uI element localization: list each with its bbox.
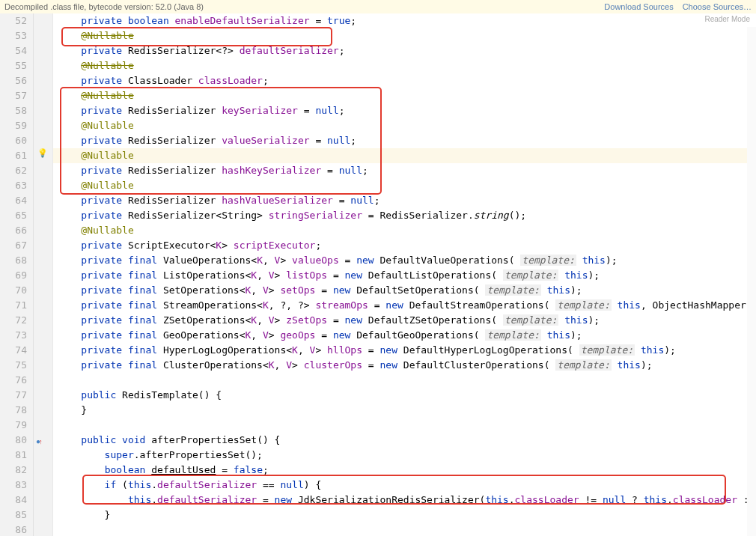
code-line[interactable]: @Nullable xyxy=(53,88,756,103)
code-line[interactable]: } xyxy=(53,508,756,523)
scrollbar[interactable] xyxy=(747,27,756,536)
code-line[interactable] xyxy=(53,373,756,388)
code-line[interactable]: private final ValueOperations<K, V> valu… xyxy=(53,253,756,268)
code-line[interactable]: } xyxy=(53,403,756,418)
code-line[interactable]: private RedisSerializer keySerializer = … xyxy=(53,103,756,118)
code-line[interactable]: private RedisSerializer<String> stringSe… xyxy=(53,208,756,223)
code-line[interactable]: private RedisSerializer valueSerializer … xyxy=(53,133,756,148)
code-line[interactable]: this.defaultSerializer = new JdkSerializ… xyxy=(53,493,756,508)
decompile-notice-bar: Decompiled .class file, bytecode version… xyxy=(0,0,756,13)
code-line[interactable]: private final SetOperations<K, V> setOps… xyxy=(53,283,756,298)
choose-sources-link[interactable]: Choose Sources… xyxy=(683,2,752,11)
code-line[interactable]: private RedisSerializer hashValueSeriali… xyxy=(53,193,756,208)
code-line[interactable]: super.afterPropertiesSet(); xyxy=(53,448,756,463)
notice-text: Decompiled .class file, bytecode version… xyxy=(4,2,204,11)
code-line[interactable] xyxy=(53,523,756,536)
code-area[interactable]: private boolean enableDefaultSerializer … xyxy=(53,13,756,536)
code-line[interactable]: private final HyperLogLogOperations<K, V… xyxy=(53,343,756,358)
code-line[interactable]: if (this.defaultSerializer == null) { xyxy=(53,478,756,493)
code-line[interactable]: private final GeoOperations<K, V> geoOps… xyxy=(53,328,756,343)
code-line[interactable]: private final ZSetOperations<K, V> zSetO… xyxy=(53,313,756,328)
lightbulb-icon[interactable]: 💡 xyxy=(37,148,48,158)
code-line[interactable]: @Nullable xyxy=(53,178,756,193)
code-line[interactable]: @Nullable xyxy=(53,118,756,133)
code-line[interactable]: private RedisSerializer<?> defaultSerial… xyxy=(53,43,756,58)
override-gutter-icon[interactable]: ●↑ xyxy=(36,435,43,446)
top-links: Download Sources Choose Sources… xyxy=(604,2,752,11)
code-line[interactable]: @Nullable xyxy=(53,223,756,238)
code-line[interactable]: @Nullable xyxy=(53,28,756,43)
code-line[interactable]: private RedisSerializer hashKeySerialize… xyxy=(53,163,756,178)
code-line[interactable]: boolean defaultUsed = false; xyxy=(53,463,756,478)
gutter-icon-column xyxy=(34,13,53,536)
code-line[interactable]: private final ListOperations<K, V> listO… xyxy=(53,268,756,283)
code-line[interactable]: private boolean enableDefaultSerializer … xyxy=(53,13,756,28)
download-sources-link[interactable]: Download Sources xyxy=(604,2,673,11)
code-line[interactable]: public RedisTemplate() { xyxy=(53,388,756,403)
code-line[interactable]: public void afterPropertiesSet() { xyxy=(53,433,756,448)
code-line[interactable]: private final StreamOperations<K, ?, ?> … xyxy=(53,298,756,313)
code-line[interactable]: private ClassLoader classLoader; xyxy=(53,73,756,88)
code-line[interactable]: @Nullable xyxy=(53,148,756,163)
code-line[interactable]: private ScriptExecutor<K> scriptExecutor… xyxy=(53,238,756,253)
line-number-gutter[interactable]: 52 53 54 55 56 57 58 59 60 61 62 63 64 6… xyxy=(0,13,34,536)
code-line[interactable]: private final ClusterOperations<K, V> cl… xyxy=(53,358,756,373)
editor: 52 53 54 55 56 57 58 59 60 61 62 63 64 6… xyxy=(0,13,756,536)
code-line[interactable]: @Nullable xyxy=(53,58,756,73)
code-line[interactable] xyxy=(53,418,756,433)
